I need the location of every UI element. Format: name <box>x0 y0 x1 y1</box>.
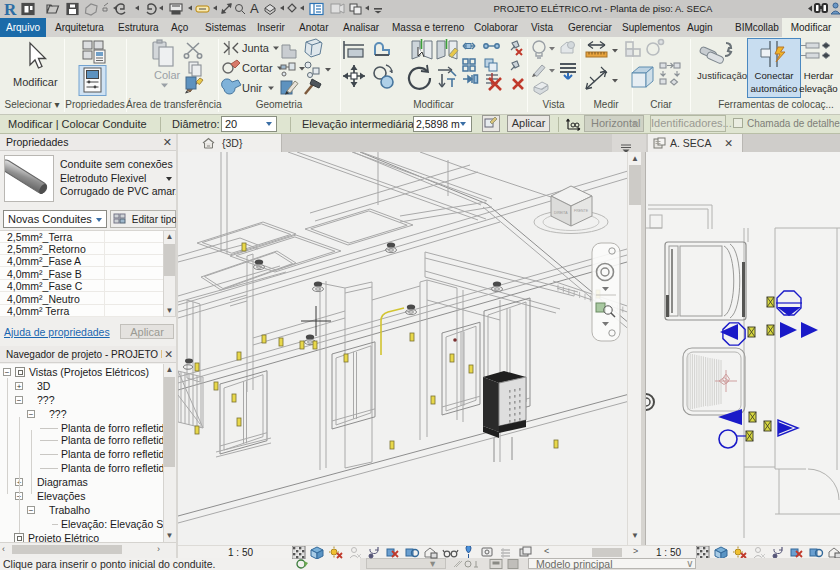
svg-text:Modificar: Modificar <box>13 76 58 88</box>
svg-text:R: R <box>4 0 17 18</box>
svg-text:Colar: Colar <box>154 69 181 81</box>
svg-text:Cortar: Cortar <box>242 62 273 74</box>
svg-text:Justificação: Justificação <box>697 70 747 81</box>
svg-text:DIREITA: DIREITA <box>554 211 568 215</box>
svg-text:A: A <box>250 1 259 16</box>
svg-text:Junta: Junta <box>242 42 270 54</box>
svg-text:FRENTE: FRENTE <box>574 209 589 213</box>
svg-text:Unir: Unir <box>242 82 263 94</box>
